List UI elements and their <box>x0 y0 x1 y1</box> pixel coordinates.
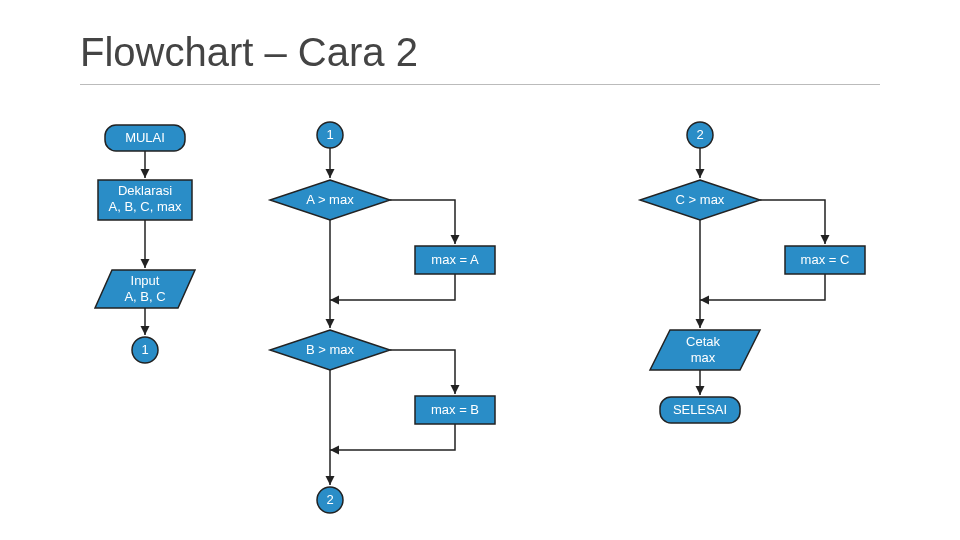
process-set-b-label: max = B <box>431 402 479 417</box>
declare-label-2: A, B, C, max <box>109 199 182 214</box>
process-set-c-label: max = C <box>801 252 850 267</box>
input-label-2: A, B, C <box>124 289 165 304</box>
connector-1-in-label: 1 <box>326 127 333 142</box>
arrow <box>330 274 455 300</box>
decision-c-label: C > max <box>676 192 725 207</box>
arrow <box>390 200 455 244</box>
arrow <box>390 350 455 394</box>
start-label: MULAI <box>125 130 165 145</box>
connector-1-out-label: 1 <box>141 342 148 357</box>
arrow <box>760 200 825 244</box>
decision-a-label: A > max <box>306 192 354 207</box>
connector-2-in-label: 2 <box>696 127 703 142</box>
input-label-1: Input <box>131 273 160 288</box>
arrow <box>330 424 455 450</box>
print-label-2: max <box>691 350 716 365</box>
process-set-a-label: max = A <box>431 252 479 267</box>
flowchart: MULAI Deklarasi A, B, C, max Input A, B,… <box>0 0 960 540</box>
declare-label-1: Deklarasi <box>118 183 172 198</box>
print-label-1: Cetak <box>686 334 720 349</box>
end-label: SELESAI <box>673 402 727 417</box>
arrow <box>700 274 825 300</box>
decision-b-label: B > max <box>306 342 355 357</box>
connector-2-out-label: 2 <box>326 492 333 507</box>
